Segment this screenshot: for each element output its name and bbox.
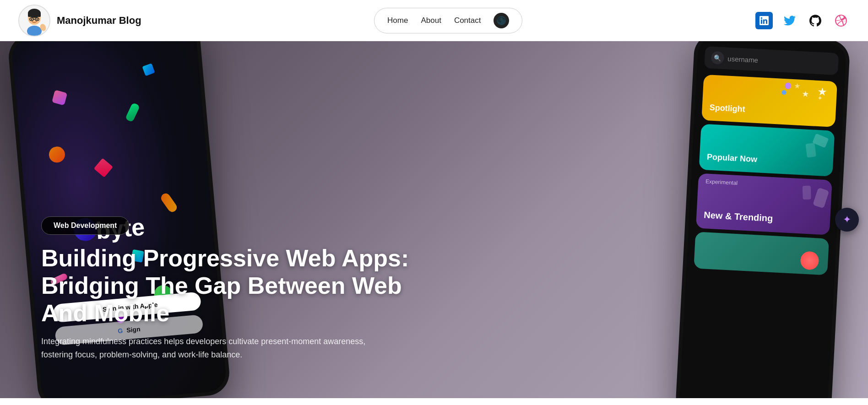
card-popular: Popular Now <box>699 124 835 177</box>
ai-fab-icon: ✦ <box>843 214 851 226</box>
linkedin-icon[interactable] <box>755 12 773 29</box>
dribbble-icon[interactable] <box>832 12 850 29</box>
search-placeholder: username <box>727 54 759 64</box>
card-bottom <box>694 232 829 275</box>
hero-section: byte  Sign in with Apple G Sign <box>0 41 868 398</box>
hero-description: Integrating mindfulness practices helps … <box>41 335 371 362</box>
site-title: Manojkumar Blog <box>57 15 141 27</box>
search-bar: 🔍 username <box>704 46 839 75</box>
theme-toggle-button[interactable]: 🌑 <box>494 13 509 28</box>
svg-rect-3 <box>28 13 41 17</box>
main-nav: Home About Contact 🌑 <box>374 8 522 33</box>
nav-home[interactable]: Home <box>387 16 408 25</box>
popular-decoration <box>752 127 835 177</box>
ai-fab-button[interactable]: ✦ <box>835 208 859 232</box>
card-spotlight-title: Spotlight <box>709 103 745 114</box>
phone-right-screen: 🔍 username ★ ★ ★ ✦ Spotlight <box>679 41 847 398</box>
svg-point-7 <box>31 18 33 20</box>
nav-about[interactable]: About <box>421 16 441 25</box>
card-popular-title: Popular Now <box>707 152 758 164</box>
stars-decoration: ★ ★ ★ ✦ <box>755 77 837 127</box>
phone-right-mockup: 🔍 username ★ ★ ★ ✦ Spotlight <box>675 41 850 398</box>
experimental-label: Experimental <box>705 178 738 186</box>
nav-contact[interactable]: Contact <box>454 16 481 25</box>
theme-icon: 🌑 <box>496 16 506 26</box>
category-badge: Web Development <box>41 216 129 235</box>
hero-text: Web Development Building Progressive Web… <box>41 216 417 362</box>
card-trending: Experimental New & Trending <box>696 173 832 235</box>
social-links <box>755 12 850 29</box>
hero-title: Building Progressive Web Apps: Bridging … <box>41 245 417 327</box>
trending-decoration <box>749 176 832 235</box>
twitter-icon[interactable] <box>781 12 798 29</box>
svg-point-8 <box>37 18 38 20</box>
site-header: Manojkumar Blog Home About Contact 🌑 <box>0 0 868 41</box>
search-icon: 🔍 <box>711 51 724 65</box>
avatar <box>18 5 50 37</box>
phone-right-content: 🔍 username ★ ★ ★ ✦ Spotlight <box>686 41 846 285</box>
github-icon[interactable] <box>807 12 824 29</box>
card-trending-title: New & Trending <box>704 210 773 224</box>
card-spotlight: ★ ★ ★ ✦ Spotlight <box>701 75 837 127</box>
header-brand: Manojkumar Blog <box>18 5 141 37</box>
